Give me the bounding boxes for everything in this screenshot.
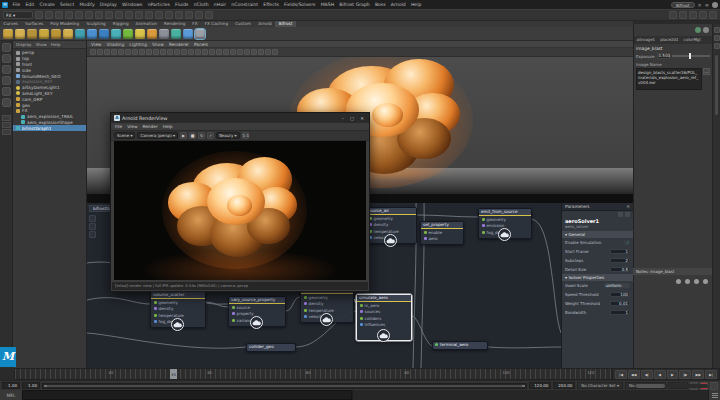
viewport-menu-item[interactable]: Show: [152, 42, 164, 47]
layout-single-pane-button[interactable]: [2, 115, 11, 121]
parameter-field[interactable]: 1: [610, 310, 630, 316]
menu-item[interactable]: Modify: [77, 2, 97, 7]
ae-select-button[interactable]: [676, 279, 681, 284]
ae-slider-value-field[interactable]: 0.500: [657, 53, 670, 59]
minimize-icon[interactable]: –: [340, 116, 346, 121]
scale-tool-icon[interactable]: [2, 98, 11, 107]
ae-slider-handle[interactable]: [689, 53, 692, 59]
menu-item[interactable]: Select: [57, 2, 76, 7]
menu-item[interactable]: nParticles: [145, 2, 172, 7]
mash-editor-shelf-icon[interactable]: [195, 29, 205, 39]
attribute-editor-tab[interactable]: aiImage1: [634, 36, 658, 44]
start-ipr-icon[interactable]: ▶: [180, 132, 187, 139]
ae-filename-field[interactable]: design_blasts_scatter36/POL_materials_ex…: [636, 68, 702, 90]
delete-x-orange-shelf-icon[interactable]: [147, 29, 157, 39]
sidebar-attribute-editor-icon[interactable]: [679, 11, 687, 19]
parameter-field[interactable]: ✓: [624, 240, 630, 246]
fire-sphere-shelf-icon[interactable]: [39, 29, 49, 39]
menu-item[interactable]: Fields/Solvers: [282, 2, 319, 7]
parameter-field[interactable]: 0.5: [610, 267, 630, 273]
resolution-gate-icon[interactable]: [153, 49, 159, 55]
ae-slider[interactable]: [672, 55, 710, 57]
ae-notes-section[interactable]: Notes: image_blast: [633, 268, 712, 275]
ae-node-name[interactable]: image_blast: [634, 44, 712, 52]
go-to-end-icon[interactable]: [705, 370, 717, 379]
ae-horizontal-scrollbar[interactable]: [636, 384, 708, 388]
save-scene-icon[interactable]: [55, 11, 63, 19]
open-scene-icon[interactable]: [45, 11, 53, 19]
play-backwards-icon[interactable]: [654, 370, 666, 379]
current-time-marker[interactable]: 33: [170, 369, 177, 379]
cloud-gold-shelf-icon[interactable]: [51, 29, 61, 39]
menu-item[interactable]: nHair: [211, 2, 229, 7]
fog-icon[interactable]: [258, 49, 264, 55]
film-gate-icon[interactable]: [146, 49, 152, 55]
node-port[interactable]: influences: [357, 322, 411, 329]
bookmarks-icon[interactable]: [111, 49, 117, 55]
menu-item[interactable]: File: [10, 2, 23, 7]
arv-render-canvas[interactable]: [114, 141, 366, 280]
range-slider[interactable]: [42, 383, 527, 389]
wireframe-icon[interactable]: [202, 49, 208, 55]
display-layer-icon[interactable]: [195, 11, 203, 19]
viewport-menu-item[interactable]: Lighting: [129, 42, 147, 47]
select-tool-icon[interactable]: [2, 43, 11, 52]
viewport-menu-item[interactable]: Shading: [106, 42, 124, 47]
flow-arrow-shelf-icon[interactable]: [171, 29, 181, 39]
aero-badge-icon[interactable]: [498, 228, 511, 241]
script-editor-icon[interactable]: [708, 390, 720, 400]
outliner-item[interactable]: bifrostGraph1: [13, 125, 86, 131]
select-camera-icon[interactable]: [90, 49, 96, 55]
grid-icon[interactable]: [139, 49, 145, 55]
parameter-field[interactable]: 1: [610, 249, 630, 255]
2d-pan-zoom-icon[interactable]: [125, 49, 131, 55]
viewport-menu-item[interactable]: Renderer: [169, 42, 189, 47]
redo-icon[interactable]: [75, 11, 83, 19]
viewport-menu-item[interactable]: Panels: [194, 42, 208, 47]
menu-item[interactable]: MASH: [318, 2, 337, 7]
tool-settings-toggle-icon[interactable]: [714, 35, 720, 41]
combustion-shelf-icon[interactable]: [15, 29, 25, 39]
parameter-field[interactable]: uniform: [604, 283, 630, 289]
graph-node[interactable]: set_property enableaero: [420, 221, 464, 245]
ae-vertical-scrollbar[interactable]: [715, 55, 718, 115]
menu-item[interactable]: Help: [408, 2, 424, 7]
time-slider[interactable]: 20 40 60 80 100 120 33: [14, 368, 612, 380]
playback-end-field[interactable]: 120.00: [529, 382, 551, 389]
menu-item[interactable]: nConstraint: [229, 2, 261, 7]
sidebar-tool-settings-icon[interactable]: [689, 11, 697, 19]
menu-item[interactable]: Create: [37, 2, 57, 7]
mel-toggle-button[interactable]: MEL: [0, 390, 22, 400]
arv-menu-item[interactable]: Render: [142, 124, 157, 129]
screen-space-ao-icon[interactable]: [237, 49, 243, 55]
play-forwards-icon[interactable]: [667, 370, 679, 379]
arv-title-bar[interactable]: A Arnold RenderView – ▢ ✕: [111, 113, 369, 123]
layout-four-pane-button[interactable]: [2, 122, 11, 128]
menu-item[interactable]: Display: [97, 2, 119, 7]
browse-folder-icon[interactable]: …: [703, 68, 710, 75]
frame-all-icon[interactable]: [188, 49, 194, 55]
undo-icon[interactable]: [65, 11, 73, 19]
graph-node[interactable]: terminal_aero: [432, 341, 488, 350]
foam-shelf-icon[interactable]: [111, 29, 121, 39]
xray-icon[interactable]: [265, 49, 271, 55]
frame-graph-icon[interactable]: [89, 223, 96, 230]
lock-camera-icon[interactable]: [97, 49, 103, 55]
aero-blue-shelf-icon[interactable]: [87, 29, 97, 39]
step-forward-icon[interactable]: [679, 370, 691, 379]
liquid-shelf-icon[interactable]: [99, 29, 109, 39]
outliner-item[interactable]: explosion_REF: [13, 79, 86, 85]
menu-item[interactable]: Edit: [23, 2, 37, 7]
menu-item[interactable]: Bifrost Graph: [337, 2, 373, 7]
ae-copy-tab-button[interactable]: [694, 279, 699, 284]
render-settings-icon[interactable]: [175, 11, 183, 19]
zoom-level[interactable]: 1:1: [242, 132, 249, 139]
menu-item[interactable]: Arnold: [388, 2, 408, 7]
close-icon[interactable]: ✕: [358, 116, 366, 121]
arv-menu-item[interactable]: View: [127, 124, 137, 129]
snap-point-icon[interactable]: [105, 11, 113, 19]
menu-item[interactable]: Boss: [372, 2, 388, 7]
graph-shelf-icon[interactable]: [159, 29, 169, 39]
arnold-renderview-window[interactable]: A Arnold RenderView – ▢ ✕ FileViewRender…: [110, 112, 370, 292]
command-input[interactable]: [22, 390, 352, 400]
